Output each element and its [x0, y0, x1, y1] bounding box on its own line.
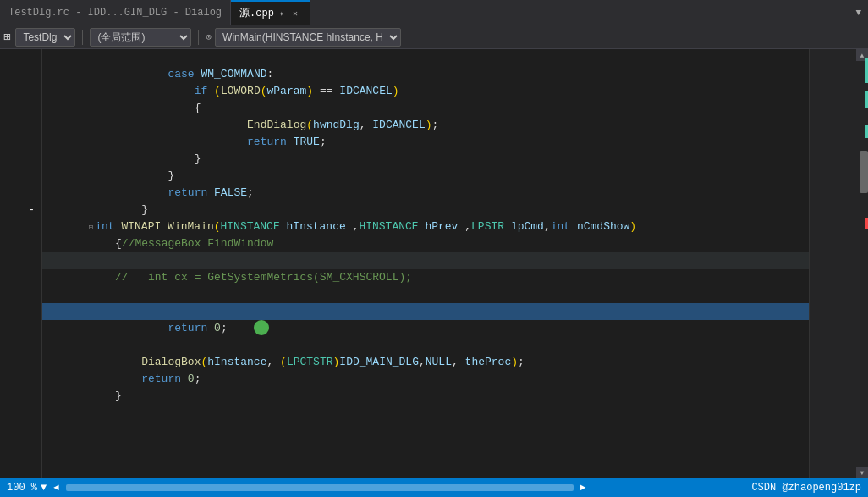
title-bar: TestDlg.rc - IDD...GIN_DLG - Dialog 源.cp… — [0, 0, 868, 25]
minimap-green-marker-2 — [865, 91, 868, 108]
code-line-18: DialogBox(hInstance, (LPCTSTR)IDD_MAIN_D… — [42, 337, 809, 354]
gutter-line — [7, 320, 35, 337]
gutter-line — [7, 235, 35, 252]
gutter-line — [7, 151, 35, 168]
code-line-16: return 0; — [42, 303, 809, 320]
editor-container: - case WM_COMMAND: if (LOWORD(wParam) ==… — [0, 49, 868, 478]
minimap-area: ▲ ▼ — [809, 49, 868, 478]
code-line-6: } — [42, 134, 809, 151]
gutter-line — [7, 252, 35, 269]
minimap-green-marker-1 — [865, 58, 868, 83]
status-right: CSDN @zhaopeng01zp — [751, 482, 861, 494]
code-line-17 — [42, 320, 809, 337]
tab-source-cpp-label: 源.cpp — [239, 6, 274, 20]
gutter-line — [7, 117, 35, 134]
function-selector[interactable]: WinMain(HINSTANCE hInstance, H — [215, 28, 401, 47]
toolbar: ⊞ TestDlg (全局范围) ⊙ WinMain(HINSTANCE hIn… — [0, 25, 868, 49]
code-line-10: ⊟int WINAPI WinMain(HINSTANCE hInstance … — [42, 202, 809, 218]
scope-selector[interactable]: (全局范围) — [90, 28, 191, 47]
scrollbar-down-button[interactable]: ▼ — [856, 467, 868, 478]
code-line-2: if (LOWORD(wParam) == IDCANCEL) — [42, 66, 809, 83]
tab-pin-icon: ✦ — [279, 8, 284, 19]
code-line-15: if (DialogBox(hInstance, (LPCSTR)IDD_LOG… — [42, 286, 809, 303]
tab-testdlg[interactable]: TestDlg.rc - IDD...GIN_DLG - Dialog — [0, 0, 231, 25]
gutter-line — [7, 218, 35, 235]
gutter-line — [7, 337, 35, 354]
zoom-dropdown-button[interactable]: ▼ — [41, 482, 47, 494]
code-line-4: EndDialog(hwndDlg, IDCANCEL); — [42, 100, 809, 117]
brand-label: CSDN @zhaopeng01zp — [751, 482, 861, 494]
gutter-line — [7, 83, 35, 100]
tab-source-cpp[interactable]: 源.cpp ✦ ✕ — [231, 0, 310, 25]
status-left: 100 % ▼ ◄ ► — [7, 482, 585, 494]
scroll-right-button[interactable]: ► — [580, 483, 586, 493]
scrollbar-thumb[interactable] — [860, 151, 868, 193]
code-line-8: return FALSE; — [42, 168, 809, 185]
gutter-line — [7, 100, 35, 117]
code-line-5: return TRUE; — [42, 117, 809, 134]
gutter-line — [7, 269, 35, 286]
class-selector[interactable]: TestDlg — [15, 28, 75, 47]
gutter-line — [7, 49, 35, 66]
gutter-line — [7, 168, 35, 185]
class-icon: ⊞ — [3, 30, 10, 44]
code-area[interactable]: case WM_COMMAND: if (LOWORD(wParam) == I… — [42, 49, 809, 478]
code-line-11: {//MessageBox FindWindow — [42, 218, 809, 235]
minimap-red-marker — [865, 218, 868, 229]
gutter-line — [7, 66, 35, 83]
tab-testdlg-label: TestDlg.rc - IDD...GIN_DLG - Dialog — [8, 7, 222, 19]
gutter-line — [7, 134, 35, 151]
code-line-7: } — [42, 151, 809, 168]
zoom-label: 100 % — [7, 482, 37, 494]
scroll-left-button[interactable]: ◄ — [53, 483, 59, 493]
window-expand-icon[interactable]: ▼ — [855, 8, 868, 18]
minimap-green-marker-3 — [865, 125, 868, 138]
zoom-control: 100 % ▼ — [7, 482, 47, 494]
code-line-19: return 0; — [42, 354, 809, 371]
status-bar: 100 % ▼ ◄ ► CSDN @zhaopeng01zp — [0, 478, 868, 497]
gutter-line — [7, 354, 35, 371]
toolbar-divider-1 — [82, 30, 83, 45]
code-line-3: { — [42, 83, 809, 100]
gutter-line — [7, 371, 35, 388]
tab-close-button[interactable]: ✕ — [289, 8, 301, 19]
gutter-line — [7, 286, 35, 303]
function-icon: ⊙ — [206, 31, 212, 42]
code-line-1: case WM_COMMAND: — [42, 49, 809, 66]
toolbar-divider-2 — [198, 30, 199, 45]
horizontal-scrollbar[interactable] — [66, 484, 574, 491]
code-line-9: } — [42, 185, 809, 202]
line-numbers-gutter: - — [0, 49, 42, 478]
gutter-line — [7, 303, 35, 320]
code-line-12 — [42, 235, 809, 252]
code-line-14 — [42, 269, 809, 286]
code-line-13: // int cx = GetSystemMetrics(SM_CXHSCROL… — [42, 252, 809, 269]
gutter-line: - — [7, 202, 35, 218]
gutter-line — [7, 185, 35, 202]
code-line-20: } — [42, 371, 809, 388]
